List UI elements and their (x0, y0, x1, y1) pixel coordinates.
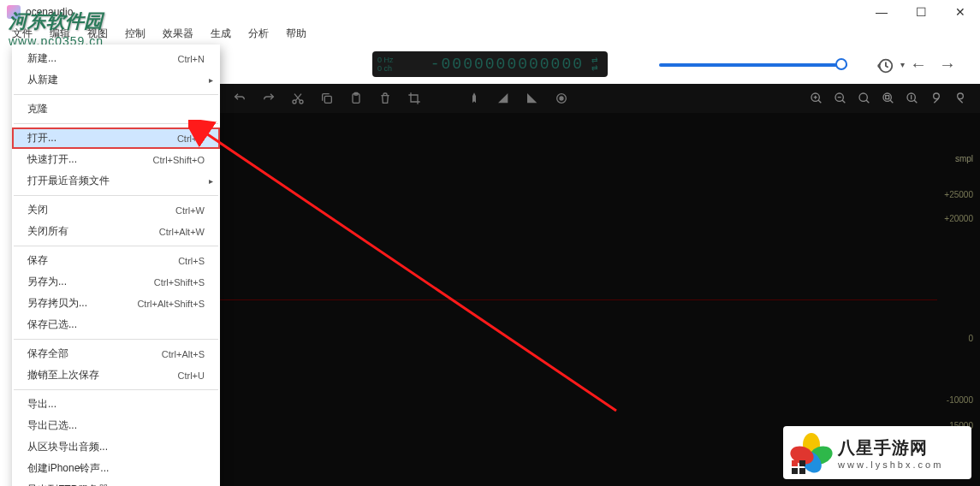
ch-value: 0 ch (377, 64, 394, 73)
close-button[interactable]: ✕ (941, 0, 980, 24)
slider-track (659, 63, 847, 67)
app-icon (7, 5, 21, 19)
zoom-vertical-icon[interactable] (905, 91, 920, 106)
menu-close[interactable]: 关闭Ctrl+W (12, 199, 220, 221)
site-watermark: 八星手游网 www.lyshbx.com (783, 426, 971, 479)
history-icon[interactable] (876, 56, 894, 75)
menu-open-recent[interactable]: 打开最近音频文件 (12, 170, 220, 192)
slider-thumb[interactable] (835, 58, 847, 70)
menu-separator (14, 123, 218, 124)
maximize-button[interactable]: ☐ (901, 0, 941, 24)
zoom-selection-icon[interactable] (881, 91, 896, 106)
volume-slider[interactable] (659, 62, 847, 68)
display-arrows-icon: ⇄⇄ (587, 56, 603, 72)
title-bar: ocenaudio — ☐ ✕ (0, 0, 980, 24)
menu-save-selected[interactable]: 保存已选... (12, 314, 220, 335)
menu-separator (14, 94, 218, 95)
menu-separator (14, 195, 218, 196)
menu-effects[interactable]: 效果器 (154, 24, 202, 44)
menu-export-regions[interactable]: 从区块导出音频... (12, 436, 220, 458)
menu-export-ftp[interactable]: 导出到FTP服务器... (12, 479, 220, 486)
menu-export[interactable]: 导出... (12, 394, 220, 415)
digit-display: -0000000000000 (394, 56, 584, 73)
delete-icon[interactable] (377, 91, 393, 106)
site-url: www.lyshbx.com (838, 459, 943, 470)
menu-open[interactable]: 打开...Ctrl+O (12, 127, 220, 149)
frequency-display: 0 Hz 0 ch -0000000000000 ⇄⇄ (372, 51, 608, 77)
menu-save-as[interactable]: 另存为...Ctrl+Shift+S (12, 271, 220, 293)
site-text: 八星手游网 www.lyshbx.com (838, 436, 943, 470)
copy-icon[interactable] (319, 91, 335, 106)
menu-help[interactable]: 帮助 (277, 24, 315, 44)
menu-clone[interactable]: 克隆 (12, 98, 220, 120)
menu-save-copy-as[interactable]: 另存拷贝为...Ctrl+Alt+Shift+S (12, 293, 220, 314)
amplitude-tick: +20000 (944, 214, 973, 223)
cut-icon[interactable] (290, 91, 306, 106)
file-menu-dropdown: 新建...Ctrl+N 从新建 克隆 打开...Ctrl+O 快速打开...Ct… (12, 44, 220, 486)
waveform-midline (220, 299, 937, 300)
menu-edit[interactable]: 编辑 (41, 24, 79, 44)
hz-labels: 0 Hz 0 ch (377, 56, 394, 73)
undo-icon[interactable] (232, 91, 247, 106)
site-name: 八星手游网 (838, 436, 943, 459)
svg-point-11 (883, 93, 891, 101)
app-title: ocenaudio (26, 6, 73, 18)
redo-icon[interactable] (261, 91, 276, 106)
menu-control[interactable]: 控制 (116, 24, 154, 44)
svg-point-15 (958, 93, 964, 99)
zoom-controls (809, 91, 968, 106)
crop-icon[interactable] (407, 91, 422, 106)
menu-separator (14, 339, 218, 340)
marker-icon[interactable] (466, 91, 482, 106)
menu-file[interactable]: 文件 (3, 24, 41, 44)
nav-forward-icon[interactable]: → (939, 55, 956, 74)
window-controls: — ☐ ✕ (862, 0, 980, 24)
amplitude-tick: +25000 (944, 190, 973, 199)
fade-out-icon[interactable] (525, 91, 540, 106)
zoom-out-icon[interactable] (833, 91, 848, 106)
svg-point-14 (934, 93, 940, 99)
menu-separator (14, 389, 218, 390)
menu-analyze[interactable]: 分析 (240, 24, 277, 44)
menu-save[interactable]: 保存Ctrl+S (12, 250, 220, 271)
tool-a-icon[interactable] (929, 91, 944, 106)
history-dropdown-icon[interactable]: ▾ (900, 60, 905, 69)
svg-point-10 (859, 93, 867, 101)
menu-bar: 文件 编辑 视图 控制 效果器 生成 分析 帮助 (0, 24, 980, 43)
fade-in-icon[interactable] (496, 91, 511, 106)
menu-generate[interactable]: 生成 (202, 24, 240, 44)
svg-point-7 (560, 97, 563, 100)
menu-save-all[interactable]: 保存全部Ctrl+Alt+S (12, 343, 220, 364)
nav-arrows: ← → (910, 55, 956, 74)
record-icon[interactable] (554, 91, 569, 106)
paste-icon[interactable] (348, 91, 364, 106)
zoom-in-icon[interactable] (809, 91, 824, 106)
menu-revert[interactable]: 撤销至上次保存Ctrl+U (12, 364, 220, 386)
menu-quick-open[interactable]: 快速打开...Ctrl+Shift+O (12, 149, 220, 170)
zoom-fit-icon[interactable] (857, 91, 872, 106)
hz-value: 0 Hz (377, 56, 394, 64)
menu-create-ringtone[interactable]: 创建iPhone铃声... (12, 458, 220, 479)
nav-back-icon[interactable]: ← (910, 55, 927, 74)
menu-close-all[interactable]: 关闭所有Ctrl+Alt+W (12, 221, 220, 242)
amplitude-tick: 0 (968, 334, 973, 343)
menu-new[interactable]: 新建...Ctrl+N (12, 48, 220, 69)
amplitude-tick: -10000 (947, 395, 973, 405)
svg-rect-3 (324, 96, 331, 103)
menu-view[interactable]: 视图 (79, 24, 116, 44)
menu-separator (14, 246, 218, 246)
minimize-button[interactable]: — (862, 0, 901, 24)
menu-export-selected[interactable]: 导出已选... (12, 415, 220, 436)
svg-rect-12 (886, 96, 889, 99)
grid-icon (792, 460, 805, 474)
amplitude-unit-label: smpl (955, 154, 973, 163)
toolbar (220, 84, 980, 113)
tool-b-icon[interactable] (953, 91, 968, 106)
menu-from-new[interactable]: 从新建 (12, 69, 220, 91)
